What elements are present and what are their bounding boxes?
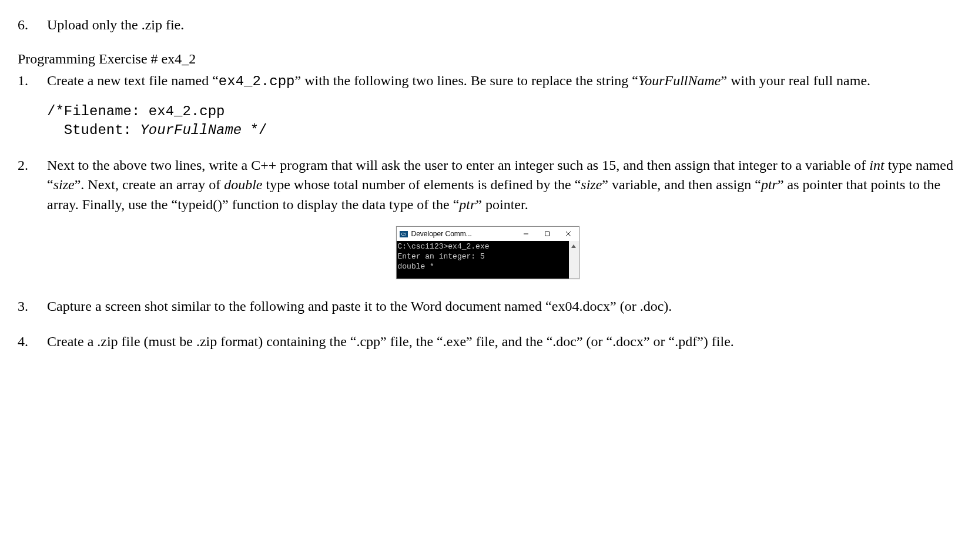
list-text: Create a .zip file (must be .zip format)… xyxy=(47,332,957,352)
console-body-wrap: C:\csci123>ex4_2.exe Enter an integer: 5… xyxy=(397,241,579,279)
console-scrollbar[interactable] xyxy=(569,241,579,279)
section-heading-ex4-2: Programming Exercise # ex4_2 xyxy=(18,49,957,69)
text-segment: ”. Next, create an array of xyxy=(75,177,225,192)
console-output: C:\csci123>ex4_2.exe Enter an integer: 5… xyxy=(397,241,569,279)
list-number: 3. xyxy=(18,297,47,317)
italic-keyword-ptr: ptr xyxy=(459,197,475,212)
list-item-1: 1. Create a new text file named “ex4_2.c… xyxy=(18,71,957,150)
text-segment: ” variable, and then assign “ xyxy=(602,177,761,192)
code-inline-filename: ex4_2.cpp xyxy=(219,73,295,89)
minimize-button[interactable] xyxy=(515,227,537,241)
italic-placeholder: YourFullName xyxy=(638,73,721,88)
list-number: 1. xyxy=(18,71,47,150)
text-segment: Create a new text file named “ xyxy=(47,73,219,88)
console-screenshot-wrap: C:\ Developer Comm... C:\csci123>ex4_2.e… xyxy=(18,226,957,279)
svg-rect-1 xyxy=(545,232,549,236)
list-text: Create a new text file named “ex4_2.cpp”… xyxy=(47,71,957,150)
italic-keyword-ptr: ptr xyxy=(761,177,778,192)
text-segment: ” with the following two lines. Be sure … xyxy=(294,73,638,88)
code-line-part: */ xyxy=(242,122,267,138)
list-text: Upload only the .zip fie. xyxy=(47,15,957,35)
italic-keyword-int: int xyxy=(869,157,884,173)
console-titlebar: C:\ Developer Comm... xyxy=(397,227,579,241)
list-item-3: 3. Capture a screen shot similar to the … xyxy=(18,297,957,317)
italic-keyword-size: size xyxy=(53,177,75,192)
code-block: /*Filename: ex4_2.cpp Student: YourFullN… xyxy=(47,102,957,140)
text-segment: ” with your real full name. xyxy=(721,73,871,88)
console-window: C:\ Developer Comm... C:\csci123>ex4_2.e… xyxy=(396,226,579,279)
code-line-part: Student: xyxy=(47,122,140,138)
list-item-2: 2. Next to the above two lines, write a … xyxy=(18,156,957,215)
console-line: double * xyxy=(398,262,434,271)
close-button[interactable] xyxy=(558,227,579,241)
console-cmd-icon: C:\ xyxy=(400,231,408,237)
list-text: Next to the above two lines, write a C++… xyxy=(47,156,957,215)
list-number: 6. xyxy=(18,15,47,35)
list-item-4: 4. Create a .zip file (must be .zip form… xyxy=(18,332,957,352)
console-line: Enter an integer: 5 xyxy=(398,252,485,261)
italic-keyword-double: double xyxy=(224,177,262,192)
code-italic-placeholder: YourFullName xyxy=(140,122,242,138)
list-number: 4. xyxy=(18,332,47,352)
maximize-button[interactable] xyxy=(537,227,558,241)
code-line: /*Filename: ex4_2.cpp xyxy=(47,103,225,119)
list-text: Capture a screen shot similar to the fol… xyxy=(47,297,957,317)
list-number: 2. xyxy=(18,156,47,215)
text-segment: ” pointer. xyxy=(475,197,528,212)
console-title: Developer Comm... xyxy=(411,229,515,239)
scroll-track[interactable] xyxy=(569,251,579,279)
svg-marker-4 xyxy=(571,244,576,248)
console-line: C:\csci123>ex4_2.exe xyxy=(398,242,490,251)
text-segment: Next to the above two lines, write a C++… xyxy=(47,157,869,173)
text-segment: type whose total number of elements is d… xyxy=(263,177,581,192)
italic-keyword-size: size xyxy=(581,177,602,192)
scroll-up-button[interactable] xyxy=(569,241,579,251)
list-item-6: 6. Upload only the .zip fie. xyxy=(18,15,957,35)
